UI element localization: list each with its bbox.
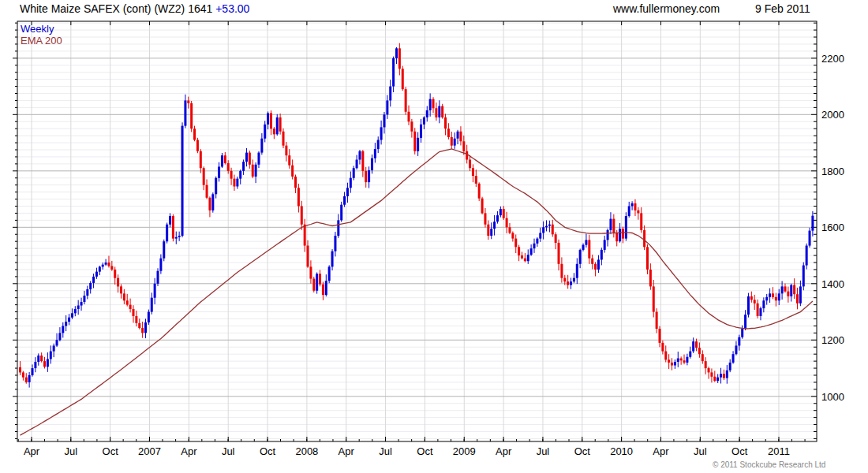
- svg-text:Apr: Apr: [653, 445, 669, 457]
- svg-text:Apr: Apr: [181, 445, 197, 457]
- svg-text:Oct: Oct: [731, 445, 748, 457]
- svg-text:1400: 1400: [821, 278, 844, 290]
- website-link[interactable]: www.fullermoney.com: [613, 2, 720, 15]
- copyright-notice: © 2011 Stockcube Research Ltd: [713, 460, 825, 469]
- legend-weekly: Weekly: [21, 23, 54, 35]
- svg-text:2010: 2010: [610, 445, 633, 457]
- instrument-label: White Maize SAFEX (cont) (WZ2) 1641: [20, 2, 212, 15]
- svg-text:1200: 1200: [821, 334, 844, 346]
- chart-title: White Maize SAFEX (cont) (WZ2) 1641 +53.…: [20, 2, 249, 15]
- svg-text:2007: 2007: [138, 445, 161, 457]
- svg-text:Jul: Jul: [222, 445, 235, 457]
- svg-text:Oct: Oct: [574, 445, 591, 457]
- svg-text:1600: 1600: [821, 222, 844, 233]
- svg-text:Jul: Jul: [694, 445, 707, 457]
- svg-text:Apr: Apr: [496, 445, 512, 457]
- svg-text:Apr: Apr: [24, 445, 40, 457]
- candlestick-chart: 1000120014001600180020002200AprJulOct200…: [0, 0, 868, 473]
- svg-text:2000: 2000: [821, 109, 844, 121]
- svg-text:2008: 2008: [295, 445, 318, 457]
- svg-text:1800: 1800: [821, 166, 844, 177]
- svg-text:Jul: Jul: [537, 445, 550, 457]
- svg-text:1000: 1000: [821, 391, 844, 403]
- svg-text:Oct: Oct: [417, 445, 433, 457]
- svg-text:Jul: Jul: [65, 445, 78, 457]
- chart-date: 9 Feb 2011: [755, 2, 810, 15]
- svg-text:Jul: Jul: [379, 445, 392, 457]
- svg-text:2200: 2200: [821, 53, 844, 65]
- svg-text:Oct: Oct: [260, 445, 276, 457]
- svg-text:Oct: Oct: [103, 445, 119, 457]
- price-change: +53.00: [215, 2, 249, 15]
- legend-ema-200: EMA 200: [21, 35, 62, 47]
- chart-window: White Maize SAFEX (cont) (WZ2) 1641 +53.…: [0, 0, 868, 473]
- svg-text:2009: 2009: [453, 445, 476, 457]
- svg-text:Apr: Apr: [339, 445, 355, 457]
- svg-text:2011: 2011: [768, 445, 790, 457]
